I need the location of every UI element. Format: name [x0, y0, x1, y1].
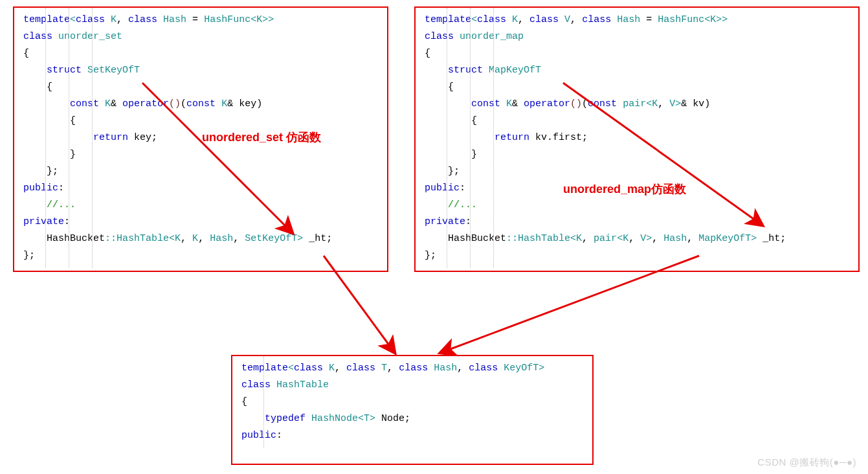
code-box-hashtable: template<class K, class T, class Hash, c… — [231, 355, 594, 465]
code-box-map: template<class K, class V, class Hash = … — [414, 6, 860, 272]
code-set: template<class K, class Hash = HashFunc<… — [14, 8, 387, 268]
code-map: template<class K, class V, class Hash = … — [416, 8, 858, 268]
code-box-set: template<class K, class Hash = HashFunc<… — [13, 6, 388, 272]
code-hashtable: template<class K, class T, class Hash, c… — [232, 356, 592, 448]
label-map-functor: unordered_map仿函数 — [563, 181, 686, 197]
watermark: CSDN @搬砖狗(●─●) — [757, 457, 856, 469]
label-set-functor: unordered_set 仿函数 — [202, 130, 321, 145]
